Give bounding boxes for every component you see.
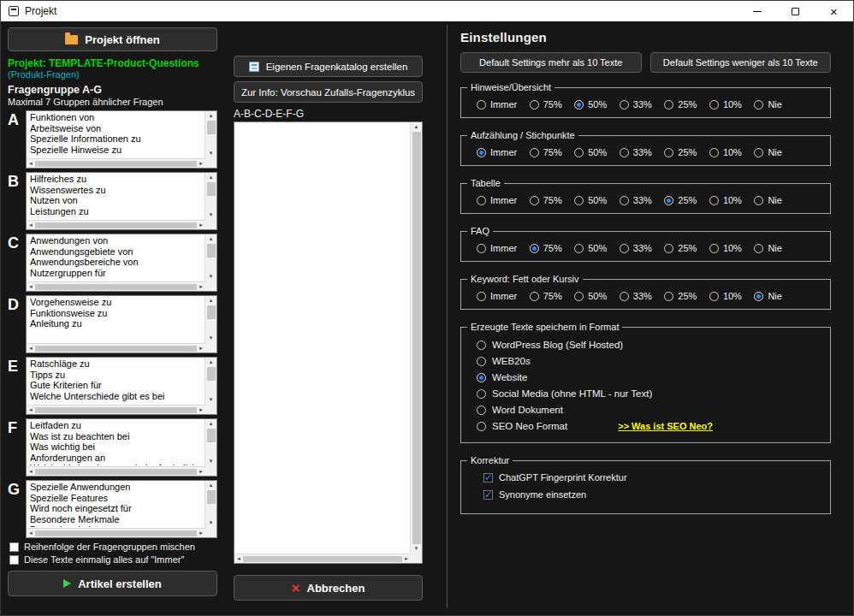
scroll-up-icon[interactable]: ▲ (209, 420, 214, 428)
preview-cycle-button[interactable]: Zur Info: Vorschau Zufalls-Fragenzyklus (234, 81, 423, 103)
format-option-5[interactable]: SEO Neo Format>> Was ist SEO Neo? (477, 421, 821, 431)
scrollbar-thumb[interactable] (207, 244, 216, 258)
radio-option-10%[interactable]: 10% (709, 291, 742, 301)
scrollbar-thumb[interactable] (207, 429, 216, 442)
radio-icon[interactable] (709, 196, 719, 205)
scrollbar-thumb[interactable] (207, 121, 216, 134)
radio-icon[interactable] (530, 196, 539, 205)
radio-option-25%[interactable]: 25% (664, 195, 697, 205)
list-item[interactable]: Nutzen von (30, 195, 204, 206)
radio-option-Immer[interactable]: Immer (477, 291, 517, 301)
vertical-scrollbar[interactable]: ▲▼ (205, 111, 216, 158)
radio-icon[interactable] (574, 100, 584, 110)
radio-icon[interactable] (477, 148, 486, 157)
checkbox-icon[interactable] (483, 490, 493, 500)
radio-icon[interactable] (709, 244, 719, 253)
horizontal-scrollbar[interactable]: ◄► (27, 343, 205, 352)
scroll-left-icon[interactable]: ◄ (28, 406, 33, 414)
scroll-right-icon[interactable]: ► (199, 283, 204, 291)
radio-icon[interactable] (620, 196, 629, 205)
format-option-1[interactable]: WEB20s (477, 356, 821, 366)
list-item[interactable]: Wissenswertes zu (30, 185, 204, 196)
radio-option-Nie[interactable]: Nie (754, 195, 782, 205)
radio-option-33%[interactable]: 33% (620, 195, 652, 205)
vertical-scrollbar[interactable]: ▲▼ (205, 296, 216, 343)
minimize-button[interactable] (738, 1, 776, 21)
scroll-down-icon[interactable]: ▼ (209, 519, 214, 527)
scrollbar-thumb[interactable] (412, 132, 421, 544)
radio-icon[interactable] (477, 341, 486, 350)
list-item[interactable]: Nutzergruppen für (30, 268, 204, 279)
radio-icon[interactable] (754, 196, 763, 205)
scrollbar-thumb[interactable] (207, 367, 216, 381)
radio-option-50%[interactable]: 50% (574, 291, 607, 301)
scroll-left-icon[interactable]: ◄ (28, 222, 33, 229)
radio-icon[interactable] (477, 100, 486, 110)
radio-icon[interactable] (574, 244, 584, 253)
radio-option-75%[interactable]: 75% (530, 291, 562, 301)
list-item[interactable]: Was ist zu beachten bei (30, 431, 204, 442)
radio-option-75%[interactable]: 75% (530, 99, 562, 110)
list-item[interactable]: Spezielle Anwendungen (30, 482, 204, 493)
vertical-scrollbar[interactable]: ▲▼ (410, 122, 422, 554)
radio-icon[interactable] (620, 244, 629, 253)
radio-icon[interactable] (477, 244, 486, 253)
group-list-E[interactable]: Ratschläge zuTipps zuGute Kriterien fürW… (26, 357, 217, 415)
scroll-left-icon[interactable]: ◄ (28, 468, 33, 476)
scroll-right-icon[interactable]: ► (199, 160, 204, 168)
list-item[interactable]: Tipps zu (30, 370, 204, 381)
open-project-button[interactable]: Projekt öffnen (8, 27, 217, 51)
scrollbar-thumb[interactable] (35, 161, 197, 167)
radio-option-33%[interactable]: 33% (620, 99, 652, 110)
scroll-down-icon[interactable]: ▼ (209, 211, 214, 219)
horizontal-scrollbar[interactable]: ◄► (27, 158, 205, 168)
radio-icon[interactable] (477, 357, 486, 366)
scroll-right-icon[interactable]: ► (404, 555, 409, 563)
group-list-G[interactable]: Spezielle AnwendungenSpezielle FeaturesW… (26, 480, 217, 538)
list-item[interactable]: Anleitung zu (30, 318, 204, 329)
horizontal-scrollbar[interactable]: ◄► (27, 220, 205, 229)
list-item[interactable]: Funktionen von (30, 112, 204, 123)
list-item[interactable]: Vorgehensweise zu (30, 297, 204, 308)
vertical-scrollbar[interactable]: ▲▼ (205, 234, 216, 281)
scrollbar-thumb[interactable] (207, 490, 216, 504)
radio-option-25%[interactable]: 25% (664, 99, 697, 110)
radio-icon[interactable] (477, 389, 486, 399)
scroll-down-icon[interactable]: ▼ (209, 458, 214, 465)
radio-icon[interactable] (709, 148, 719, 157)
list-item[interactable]: Funktionsweise zu (30, 308, 204, 319)
vertical-scrollbar[interactable]: ▲▼ (205, 481, 216, 528)
radio-icon[interactable] (620, 148, 629, 157)
radio-icon[interactable] (477, 292, 486, 301)
correction-option-1[interactable]: Synonyme einsetzen (483, 489, 821, 500)
scrollbar-thumb[interactable] (35, 222, 197, 228)
scrollbar-thumb[interactable] (35, 469, 197, 475)
list-item[interactable]: Besondere Merkmale (30, 514, 204, 525)
radio-option-Immer[interactable]: Immer (477, 99, 517, 110)
list-item[interactable]: Ratschläge zu (30, 358, 204, 370)
scrollbar-thumb[interactable] (243, 556, 402, 562)
scroll-up-icon[interactable]: ▲ (209, 235, 214, 243)
format-option-3[interactable]: Social Media (ohne HTML - nur Text) (477, 388, 821, 399)
scroll-up-icon[interactable]: ▲ (209, 358, 214, 366)
radio-option-Nie[interactable]: Nie (754, 291, 782, 301)
cancel-button[interactable]: × Abbrechen (234, 575, 423, 601)
list-item[interactable]: Leitfaden zu (30, 420, 204, 431)
list-item[interactable]: Besondere Leistungen (30, 524, 204, 527)
group-list-D[interactable]: Vorgehensweise zuFunktionsweise zuAnleit… (26, 295, 217, 353)
cycle-listbox[interactable]: ▲▼◄► (234, 121, 423, 564)
horizontal-scrollbar[interactable]: ◄► (27, 281, 205, 291)
checkbox-icon[interactable] (9, 555, 19, 565)
scrollbar-thumb[interactable] (35, 284, 197, 290)
radio-option-50%[interactable]: 50% (574, 243, 607, 253)
radio-option-10%[interactable]: 10% (709, 243, 742, 253)
radio-icon[interactable] (664, 292, 673, 301)
group-list-A[interactable]: Funktionen vonArbeitsweise vonSpezielle … (26, 110, 217, 169)
format-option-0[interactable]: WordPress Blog (Self Hosted) (477, 340, 821, 350)
radio-option-75%[interactable]: 75% (530, 195, 562, 205)
radio-icon[interactable] (620, 292, 629, 301)
list-item[interactable]: Gute Kriterien für (30, 380, 204, 391)
radio-icon[interactable] (477, 373, 486, 382)
create-article-button[interactable]: Artikel erstellen (8, 571, 217, 596)
list-item[interactable]: Anforderungen an (30, 453, 204, 464)
